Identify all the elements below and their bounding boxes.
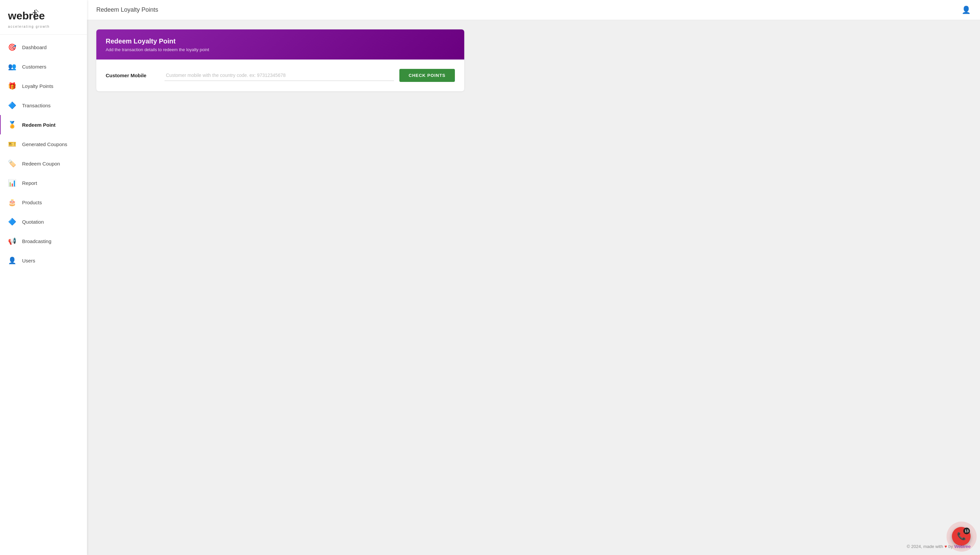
card-title: Redeem Loyalty Point — [106, 37, 455, 45]
logo-tagline: accelerating growth — [8, 25, 79, 29]
sidebar-item-report[interactable]: 📊 Report — [0, 173, 87, 192]
sidebar-label-loyalty-points: Loyalty Points — [22, 83, 53, 89]
svg-text:web: web — [8, 10, 29, 22]
report-icon: 📊 — [7, 178, 18, 188]
products-icon: 🎂 — [7, 197, 18, 208]
loyalty-points-icon: 🎁 — [7, 80, 18, 91]
sidebar-item-generated-coupons[interactable]: 🎫 Generated Coupons — [0, 135, 87, 154]
sidebar-item-broadcasting[interactable]: 📢 Broadcasting — [0, 231, 87, 251]
sidebar-item-redeem-coupon[interactable]: 🏷️ Redeem Coupon — [0, 154, 87, 173]
footer-brand: Webtree — [954, 544, 970, 549]
sidebar-navigation: 🎯 Dashboard 👥 Customers 🎁 Loyalty Points… — [0, 35, 87, 555]
sidebar-label-quotation: Quotation — [22, 219, 44, 225]
redeem-card: Redeem Loyalty Point Add the transaction… — [96, 29, 464, 91]
main-content: Redeem Loyalty Points 👤 Redeem Loyalty P… — [87, 0, 980, 555]
sidebar: web ree accelerating growth 🎯 Dashboard … — [0, 0, 87, 555]
heart-icon: ♥ — [945, 544, 947, 549]
sidebar-item-users[interactable]: 👤 Users — [0, 251, 87, 270]
broadcasting-icon: 📢 — [7, 236, 18, 246]
redeem-point-icon: 🏅 — [7, 119, 18, 130]
sidebar-label-report: Report — [22, 180, 37, 186]
dashboard-icon: 🎯 — [7, 42, 18, 53]
sidebar-label-users: Users — [22, 258, 35, 263]
card-subtitle: Add the transaction details to redeem th… — [106, 47, 455, 52]
customer-mobile-row: Customer Mobile CHECK POINTS — [106, 69, 455, 82]
sidebar-label-redeem-point: Redeem Point — [22, 122, 56, 128]
sidebar-label-redeem-coupon: Redeem Coupon — [22, 161, 60, 167]
fab-badge: 13 — [963, 528, 970, 534]
sidebar-label-dashboard: Dashboard — [22, 45, 47, 50]
quotation-icon: 🔷 — [7, 216, 18, 227]
sidebar-item-loyalty-points[interactable]: 🎁 Loyalty Points — [0, 76, 87, 96]
card-body: Customer Mobile CHECK POINTS — [96, 59, 464, 91]
sidebar-item-customers[interactable]: 👥 Customers — [0, 57, 87, 76]
transactions-icon: 🔷 — [7, 100, 18, 111]
users-icon: 👤 — [7, 255, 18, 266]
sidebar-item-redeem-point[interactable]: 🏅 Redeem Point — [0, 115, 87, 135]
sidebar-label-products: Products — [22, 200, 42, 205]
redeem-coupon-icon: 🏷️ — [7, 158, 18, 169]
fab-wrapper: 📞 13 — [952, 527, 970, 545]
sidebar-label-customers: Customers — [22, 64, 47, 69]
sidebar-item-dashboard[interactable]: 🎯 Dashboard — [0, 37, 87, 57]
customer-mobile-label: Customer Mobile — [106, 72, 159, 78]
logo: web ree accelerating growth — [0, 0, 87, 35]
customer-mobile-input[interactable] — [165, 70, 394, 81]
sidebar-label-broadcasting: Broadcasting — [22, 238, 51, 244]
sidebar-label-transactions: Transactions — [22, 103, 50, 108]
sidebar-item-quotation[interactable]: 🔷 Quotation — [0, 212, 87, 231]
footer: © 2024, made with ♥ by Webtree — [907, 544, 970, 549]
generated-coupons-icon: 🎫 — [7, 139, 18, 149]
card-header: Redeem Loyalty Point Add the transaction… — [96, 29, 464, 59]
footer-by: by — [948, 544, 953, 549]
topbar: Redeem Loyalty Points 👤 — [87, 0, 980, 20]
sidebar-item-products[interactable]: 🎂 Products — [0, 192, 87, 212]
call-fab[interactable]: 📞 13 — [952, 527, 970, 545]
sidebar-label-generated-coupons: Generated Coupons — [22, 141, 67, 147]
customers-icon: 👥 — [7, 61, 18, 72]
svg-text:ree: ree — [29, 10, 45, 22]
footer-text: © 2024, made with — [907, 544, 943, 549]
sidebar-item-transactions[interactable]: 🔷 Transactions — [0, 96, 87, 115]
main-area: Redeem Loyalty Point Add the transaction… — [87, 20, 980, 555]
check-points-button[interactable]: CHECK POINTS — [399, 69, 455, 82]
page-title: Redeem Loyalty Points — [96, 6, 158, 13]
user-icon[interactable]: 👤 — [962, 6, 970, 14]
